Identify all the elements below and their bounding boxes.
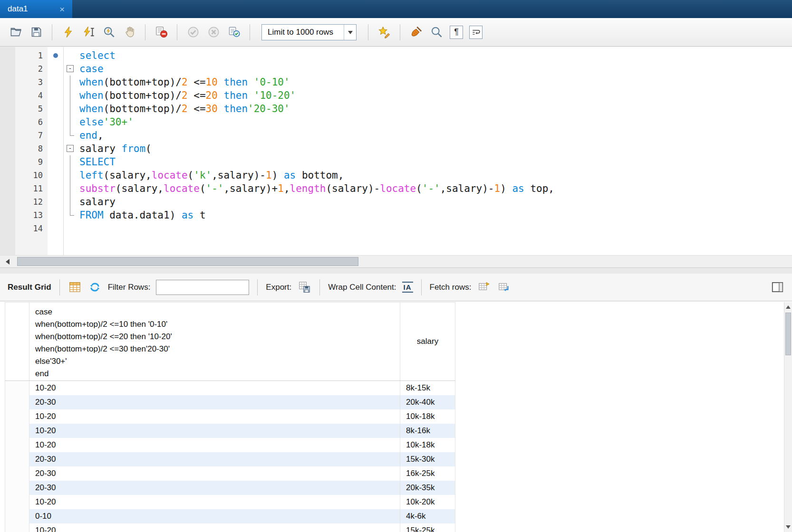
export-button[interactable]: [297, 280, 311, 294]
tab-data1[interactable]: data1 ×: [0, 0, 72, 18]
header-salary[interactable]: salary: [400, 303, 455, 380]
fetch-all-rows-button[interactable]: [497, 280, 511, 294]
cell-case-bucket[interactable]: 20-30: [29, 452, 400, 466]
table-row[interactable]: 10-208k-16k: [5, 424, 455, 438]
code-line[interactable]: 14: [0, 222, 792, 235]
commit-button[interactable]: [186, 25, 200, 39]
header-case-expression[interactable]: casewhen(bottom+top)/2 <=10 then '0-10'w…: [29, 303, 400, 380]
toggle-word-wrap-button[interactable]: [469, 26, 483, 39]
code-line[interactable]: 13FROM data.data1) as t: [0, 209, 792, 222]
cell-salary[interactable]: 10k-18k: [400, 438, 455, 452]
open-file-button[interactable]: [9, 25, 23, 39]
code-line[interactable]: 4when(bottom+top)/2 <=20 then '10-20': [0, 89, 792, 102]
cell-salary[interactable]: 20k-40k: [400, 395, 455, 409]
cell-case-bucket[interactable]: 20-30: [29, 481, 400, 495]
show-invisible-chars-button[interactable]: ¶: [450, 26, 463, 39]
cell-case-bucket[interactable]: 10-20: [29, 523, 400, 532]
table-row[interactable]: 0-104k-6k: [5, 509, 455, 523]
code-line[interactable]: 2case: [0, 62, 792, 76]
row-selector[interactable]: [5, 424, 29, 438]
save-button[interactable]: [29, 25, 43, 39]
tab-close-icon[interactable]: ×: [59, 5, 65, 14]
header-row-selector[interactable]: [5, 303, 29, 380]
fold-collapse-icon[interactable]: [67, 65, 74, 72]
row-selector[interactable]: [5, 438, 29, 452]
table-row[interactable]: 20-3016k-25k: [5, 466, 455, 481]
cell-salary[interactable]: 16k-25k: [400, 466, 455, 481]
code-line[interactable]: 5when(bottom+top)/2 <=30 then'20-30': [0, 102, 792, 115]
vertical-scrollbar-thumb[interactable]: [785, 313, 791, 355]
row-selector[interactable]: [5, 466, 29, 481]
table-row[interactable]: 10-208k-15k: [5, 381, 455, 395]
beautify-sql-button[interactable]: [409, 25, 423, 39]
cell-salary[interactable]: 10k-20k: [400, 495, 455, 509]
code-line[interactable]: 1select: [0, 49, 792, 62]
row-selector[interactable]: [5, 395, 29, 409]
sql-editor[interactable]: 1select2case3when(bottom+top)/2 <=10 the…: [0, 47, 792, 255]
result-vertical-scrollbar[interactable]: [784, 302, 792, 532]
cell-case-bucket[interactable]: 20-30: [29, 466, 400, 481]
execute-current-statement-button[interactable]: [81, 25, 96, 39]
cell-salary[interactable]: 8k-16k: [400, 424, 455, 438]
scroll-left-arrow-icon[interactable]: [0, 256, 14, 267]
row-selector[interactable]: [5, 481, 29, 495]
find-button[interactable]: [429, 25, 444, 39]
cell-case-bucket[interactable]: 0-10: [29, 509, 400, 523]
code-line[interactable]: 6else'30+': [0, 115, 792, 129]
cell-case-bucket[interactable]: 10-20: [29, 495, 400, 509]
table-row[interactable]: 10-2010k-20k: [5, 495, 455, 509]
result-grid-view-button[interactable]: [68, 280, 82, 294]
result-table[interactable]: casewhen(bottom+top)/2 <=10 then '0-10'w…: [5, 302, 455, 532]
cell-salary[interactable]: 4k-6k: [400, 509, 455, 523]
fold-collapse-icon[interactable]: [67, 145, 74, 152]
explain-button[interactable]: [102, 25, 116, 39]
table-row[interactable]: 10-2010k-18k: [5, 438, 455, 452]
save-snippet-button[interactable]: [377, 25, 391, 39]
table-row[interactable]: 10-2015k-25k: [5, 523, 455, 532]
cell-salary[interactable]: 15k-30k: [400, 452, 455, 466]
cell-case-bucket[interactable]: 20-30: [29, 395, 400, 409]
code-line[interactable]: 7end,: [0, 129, 792, 142]
cell-salary[interactable]: 15k-25k: [400, 523, 455, 532]
cell-salary[interactable]: 8k-15k: [400, 381, 455, 395]
row-selector[interactable]: [5, 509, 29, 523]
fetch-next-rows-button[interactable]: [477, 280, 491, 294]
cell-salary[interactable]: 10k-18k: [400, 409, 455, 424]
scroll-down-arrow-icon[interactable]: [784, 523, 792, 531]
code-line[interactable]: 9SELECT: [0, 155, 792, 169]
row-selector[interactable]: [5, 495, 29, 509]
code-line[interactable]: 11substr(salary,locate('-',salary)+1,len…: [0, 182, 792, 195]
filter-rows-input[interactable]: [156, 280, 249, 295]
stop-button[interactable]: [122, 25, 136, 39]
code-line[interactable]: 10left(salary,locate('k',salary)-1) as b…: [0, 169, 792, 182]
table-row[interactable]: 10-2010k-18k: [5, 409, 455, 424]
row-selector[interactable]: [5, 381, 29, 395]
rollback-button[interactable]: [206, 25, 221, 39]
execute-button[interactable]: [61, 25, 75, 39]
table-row[interactable]: 20-3015k-30k: [5, 452, 455, 466]
table-row[interactable]: 20-3020k-40k: [5, 395, 455, 409]
limit-rows-dropdown[interactable]: Limit to 1000 rows: [261, 24, 357, 40]
toggle-autocommit-button[interactable]: [227, 25, 241, 39]
editor-horizontal-scrollbar[interactable]: [0, 255, 792, 268]
cell-case-bucket[interactable]: 10-20: [29, 381, 400, 395]
row-selector[interactable]: [5, 523, 29, 532]
table-row[interactable]: 20-3020k-35k: [5, 481, 455, 495]
cell-case-bucket[interactable]: 10-20: [29, 424, 400, 438]
row-selector[interactable]: [5, 409, 29, 424]
chevron-down-icon[interactable]: [344, 25, 356, 40]
code-area[interactable]: 1select2case3when(bottom+top)/2 <=10 the…: [0, 49, 792, 235]
refresh-button[interactable]: [88, 280, 102, 294]
scroll-up-arrow-icon[interactable]: [784, 303, 792, 311]
row-selector[interactable]: [5, 452, 29, 466]
code-line[interactable]: 12salary: [0, 195, 792, 209]
cell-case-bucket[interactable]: 10-20: [29, 409, 400, 424]
horizontal-scrollbar-thumb[interactable]: [17, 257, 358, 266]
toggle-stop-on-error-button[interactable]: [154, 25, 168, 39]
code-line[interactable]: 8salary from(: [0, 142, 792, 155]
cell-case-bucket[interactable]: 10-20: [29, 438, 400, 452]
code-line[interactable]: 3when(bottom+top)/2 <=10 then '0-10': [0, 76, 792, 89]
collapse-panel-button[interactable]: [770, 280, 784, 294]
cell-salary[interactable]: 20k-35k: [400, 481, 455, 495]
wrap-cell-content-toggle[interactable]: IA: [402, 282, 413, 293]
